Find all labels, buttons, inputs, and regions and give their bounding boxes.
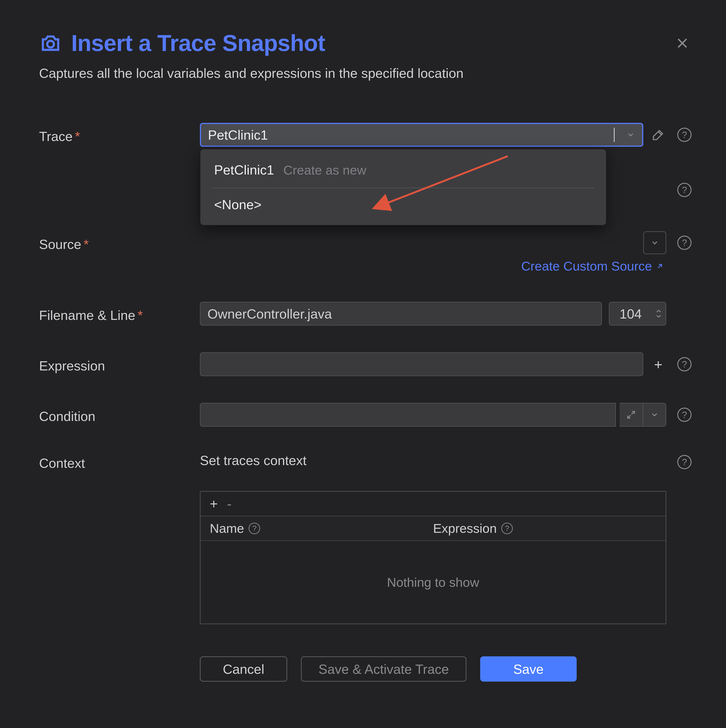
trace-option-hint: Create as new bbox=[283, 163, 366, 177]
label-filename-line: Filename & Line* bbox=[39, 305, 200, 323]
edit-trace-button[interactable] bbox=[650, 127, 666, 143]
source-dropdown-toggle[interactable] bbox=[643, 231, 666, 254]
required-asterisk: * bbox=[138, 308, 143, 323]
condition-dropdown-toggle[interactable] bbox=[643, 404, 666, 426]
context-table: + - Name ? Expression ? Nothing to sh bbox=[200, 491, 666, 624]
context-empty-message: Nothing to show bbox=[201, 541, 666, 624]
help-icon[interactable]: ? bbox=[677, 236, 692, 250]
required-asterisk: * bbox=[84, 237, 89, 252]
save-activate-trace-button[interactable]: Save & Activate Trace bbox=[301, 656, 466, 682]
context-columns: Name ? Expression ? bbox=[201, 516, 666, 541]
context-toolbar: + - bbox=[201, 492, 666, 516]
expression-input[interactable] bbox=[200, 352, 643, 376]
context-hint: Set traces context bbox=[200, 453, 666, 468]
dialog-footer: Cancel Save & Activate Trace Save bbox=[200, 656, 692, 682]
dialog-subtitle: Captures all the local variables and exp… bbox=[39, 66, 692, 81]
label-filename-line-text: Filename & Line bbox=[39, 308, 135, 323]
filename-input[interactable] bbox=[200, 302, 602, 326]
label-source: Source* bbox=[39, 234, 200, 252]
row-trace: Trace* ? PetClinic1 bbox=[39, 122, 692, 147]
row-expression: Expression + ? bbox=[39, 352, 692, 377]
expand-condition-button[interactable] bbox=[620, 404, 643, 426]
help-icon[interactable]: ? bbox=[677, 183, 692, 197]
context-col-name: Name bbox=[210, 521, 244, 536]
trace-combobox[interactable] bbox=[200, 123, 643, 147]
row-condition: Condition ? bbox=[39, 402, 692, 427]
text-caret bbox=[614, 128, 614, 142]
line-number-stepper[interactable] bbox=[652, 303, 666, 325]
trace-option-create-new[interactable]: PetClinic1 Create as new bbox=[200, 156, 606, 184]
help-icon[interactable]: ? bbox=[677, 128, 692, 142]
label-source-text: Source bbox=[39, 237, 81, 252]
help-icon[interactable]: ? bbox=[501, 523, 513, 534]
line-number-value: 104 bbox=[610, 306, 652, 321]
help-icon[interactable]: ? bbox=[677, 408, 692, 422]
label-context: Context bbox=[39, 453, 200, 471]
external-link-icon bbox=[656, 262, 664, 270]
row-filename-line: Filename & Line* 104 bbox=[39, 301, 692, 326]
help-icon[interactable]: ? bbox=[248, 523, 260, 534]
label-trace: Trace* bbox=[39, 126, 200, 144]
save-button[interactable]: Save bbox=[480, 656, 577, 682]
help-icon[interactable]: ? bbox=[677, 357, 692, 372]
insert-trace-snapshot-dialog: Insert a Trace Snapshot Captures all the… bbox=[0, 0, 726, 728]
trace-input[interactable] bbox=[201, 124, 620, 145]
dropdown-separator bbox=[212, 188, 594, 188]
context-remove-button[interactable]: - bbox=[227, 496, 231, 512]
context-add-button[interactable]: + bbox=[210, 496, 218, 512]
close-button[interactable] bbox=[673, 34, 692, 52]
dialog-title: Insert a Trace Snapshot bbox=[71, 30, 325, 56]
trace-option-none[interactable]: <None> bbox=[200, 191, 606, 218]
context-col-expression: Expression bbox=[433, 521, 497, 536]
help-icon[interactable]: ? bbox=[677, 455, 692, 469]
create-custom-source-link[interactable]: Create Custom Source bbox=[521, 258, 664, 274]
cancel-button[interactable]: Cancel bbox=[200, 656, 287, 682]
trace-dropdown-panel: PetClinic1 Create as new <None> bbox=[200, 149, 607, 225]
trace-dropdown-toggle[interactable] bbox=[619, 124, 642, 145]
label-trace-text: Trace bbox=[39, 129, 73, 144]
form: Trace* ? PetClinic1 bbox=[39, 122, 692, 624]
row-context: Context Set traces context + - Name ? bbox=[39, 453, 692, 624]
label-expression: Expression bbox=[39, 355, 200, 373]
camera-icon bbox=[39, 32, 62, 55]
row-source: Source* ? bbox=[39, 230, 692, 255]
trace-option-name: PetClinic1 bbox=[214, 162, 274, 177]
create-custom-source-text: Create Custom Source bbox=[521, 258, 652, 274]
required-asterisk: * bbox=[75, 129, 80, 144]
dialog-header: Insert a Trace Snapshot bbox=[39, 30, 692, 56]
condition-input[interactable] bbox=[200, 403, 616, 427]
svg-point-0 bbox=[47, 41, 54, 47]
add-expression-button[interactable]: + bbox=[650, 356, 666, 373]
line-number-input[interactable]: 104 bbox=[609, 302, 666, 326]
label-condition: Condition bbox=[39, 406, 200, 424]
